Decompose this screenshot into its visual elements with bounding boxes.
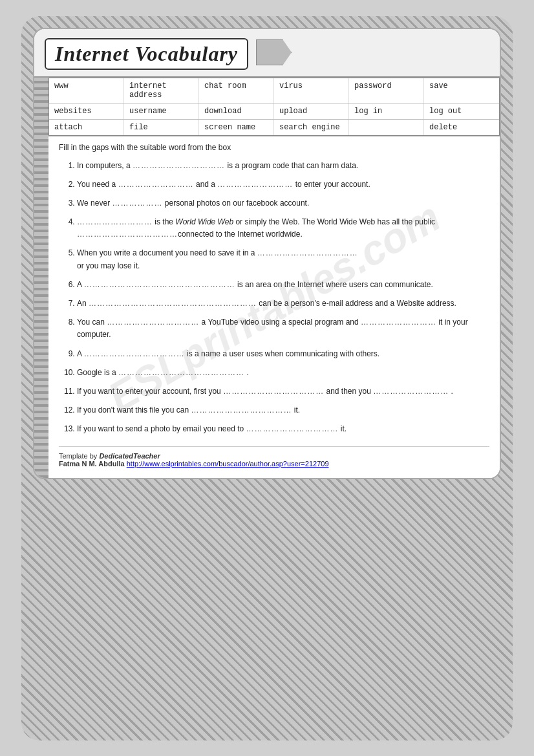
vocab-word: log in [349, 103, 424, 119]
exercise-1: In computers, a …………………………… is a program… [77, 160, 489, 172]
author-name: Fatma N M. Abdulla [59, 460, 125, 468]
vocab-word: www [49, 78, 124, 103]
vocab-word: screen name [199, 120, 274, 135]
blank: ……………………… [217, 180, 293, 189]
vocab-word: password [349, 78, 424, 103]
exercise-4: ……………………… is the World Wide Web or simpl… [77, 216, 489, 241]
main-body: www internet address chat room virus pas… [48, 78, 500, 478]
vocab-word: delete [424, 120, 499, 135]
exercise-3: We never ……………… personal photos on our f… [77, 197, 489, 210]
template-label: Template by [59, 452, 99, 460]
exercise-13: If you want to send a photo by email you… [77, 423, 489, 435]
left-sidebar [34, 78, 48, 478]
vocab-row-2: websites username download upload log in… [49, 103, 499, 120]
blank: ……………………… [77, 217, 153, 226]
arrow-shape [256, 39, 292, 65]
blank: ……………………………………………… [84, 280, 235, 289]
vocab-word: internet address [124, 78, 199, 103]
exercise-list: In computers, a …………………………… is a program… [59, 160, 489, 436]
blank: …………………………………………………… [89, 299, 257, 308]
vocab-row-1: www internet address chat room virus pas… [49, 78, 499, 103]
template-author: DedicatedTeacher [99, 452, 160, 460]
arrow-decoration [256, 39, 295, 68]
blank: ……………………… [361, 318, 436, 327]
blank: ……………………… [118, 180, 194, 189]
vocab-word: virus [274, 78, 349, 103]
vocab-word: username [124, 103, 199, 119]
vocab-word: websites [49, 103, 124, 119]
vocab-word [349, 120, 424, 135]
vocab-word: attach [49, 120, 124, 135]
italic-text: World Wide Web [175, 217, 233, 226]
exercise-7: An …………………………………………………… can be a person'… [77, 297, 489, 310]
blank: ……………………………… [84, 349, 185, 358]
exercise-2: You need a ……………………… and a ……………………… to … [77, 178, 489, 191]
vocab-word: chat room [199, 78, 274, 103]
title-area: Internet Vocabulary [34, 29, 500, 78]
exercise-6: A ……………………………………………… is an area on the I… [77, 279, 489, 291]
blank: ……………………………… [257, 248, 358, 257]
exercise-5: When you write a document you need to sa… [77, 247, 489, 272]
vocab-word: save [424, 78, 499, 103]
vocab-word: search engine [274, 120, 349, 135]
blank: …………………………… [107, 318, 199, 327]
vocab-word: download [199, 103, 274, 119]
footer: Template by DedicatedTeacher Fatma N M. … [59, 446, 489, 468]
exercise-11: If you want to enter your account, first… [77, 385, 489, 398]
blank: ……………………………… [191, 405, 292, 415]
page-title: Internet Vocabulary [55, 42, 238, 65]
vocab-row-3: attach file screen name search engine de… [49, 120, 499, 135]
vocab-box: www internet address chat room virus pas… [48, 78, 500, 136]
blank: ……………………………………… [118, 368, 244, 377]
exercise-12: If you don't want this file you can …………… [77, 404, 489, 416]
blank: …………………………… [246, 424, 339, 433]
exercise-8: You can …………………………… a YouTube video usin… [77, 316, 489, 341]
blank: …………………………… [133, 161, 225, 170]
exercise-10: Google is a ……………………………………… . [77, 367, 489, 379]
content-area: www internet address chat room virus pas… [34, 78, 500, 478]
author-link[interactable]: http://www.eslprintables.com/buscador/au… [127, 460, 329, 468]
title-box: Internet Vocabulary [45, 38, 248, 70]
exercise-9: A ……………………………… is a name a user uses whe… [77, 348, 489, 360]
vocab-word: upload [274, 103, 349, 119]
vocab-word: log out [424, 103, 499, 119]
instruction: Fill in the gaps with the suitable word … [59, 143, 489, 152]
blank: ……………………………… [77, 230, 178, 239]
vocab-word: file [124, 120, 199, 135]
blank: ……………………… [373, 387, 449, 396]
blank: ……………… [112, 199, 162, 208]
blank: ……………………………… [223, 387, 324, 396]
main-content: ESLprintables.com Fill in the gaps with … [48, 136, 500, 478]
